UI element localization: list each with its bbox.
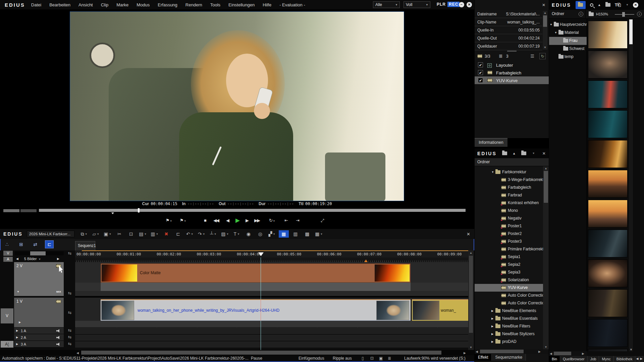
effect-tree-item-farbabgleich[interactable]: Farbabgleich <box>475 184 543 191</box>
scrollbar-handle[interactable] <box>544 171 548 203</box>
scrollbar-handle[interactable] <box>81 351 441 355</box>
export-menu-button[interactable]: ▦▼ <box>314 232 324 236</box>
bin-folder-schwest[interactable]: Schwest <box>549 45 587 53</box>
add-clip-button[interactable]: ▞▼ <box>267 232 277 236</box>
video-clip-2[interactable]: woman_ <box>412 299 468 321</box>
effect-checkbox[interactable]: ✔ <box>478 70 483 75</box>
effect-tree-item-poster3[interactable]: Poster3 <box>475 238 543 245</box>
collapse-icon[interactable]: ▼ <box>554 31 557 34</box>
close-icon[interactable]: ✕ <box>467 232 470 237</box>
set-line-button[interactable]: ┴▼ <box>208 232 218 236</box>
next-frame-button[interactable]: ▶ <box>246 218 248 223</box>
effect-checkbox[interactable]: ✔ <box>478 62 483 67</box>
effect-tree-item-3wegefarbkorrektu[interactable]: 3-Wege-Farbkorrektu <box>475 176 543 184</box>
collapse-icon[interactable]: ▼ <box>550 23 552 26</box>
effect-tree-item-sepia3[interactable]: Sepia3 <box>475 268 543 276</box>
export-button[interactable]: ⤢ <box>321 218 323 223</box>
render-button[interactable]: ◉ <box>244 232 254 236</box>
effect-tree-item-autocolorcorrection[interactable]: Auto Color Correction <box>475 292 543 299</box>
timeline-horizontal-scrollbar[interactable]: ◀ ▶ <box>0 350 474 355</box>
title-icon[interactable]: T⎗ <box>615 2 621 8</box>
redo-button[interactable]: ↷▼ <box>197 232 207 236</box>
menu-item-rendern[interactable]: Rendern <box>185 2 202 7</box>
next-duration-icon[interactable]: ▶ <box>57 257 59 260</box>
scrub-stub-left[interactable] <box>3 209 19 212</box>
effect-tree-item-newbluestylizers[interactable]: ▶NewBlue Stylizers <box>475 330 543 338</box>
effect-tree-item-sepia1[interactable]: Sepia1 <box>475 253 543 261</box>
tab-job[interactable]: Job <box>588 356 599 362</box>
expand-track-icon[interactable]: ▼ <box>17 290 19 293</box>
playback-quality-select[interactable]: Voll ▼ <box>404 1 430 8</box>
bin-thumbnail-lake-sunset[interactable] <box>588 200 628 228</box>
sequence-tab[interactable]: Sequenz1 <box>75 241 95 250</box>
scroll-down-icon[interactable]: ▼ <box>630 348 633 351</box>
tab-scroll-right-icon[interactable]: ▶ <box>639 356 643 362</box>
tab-quellbrowser[interactable]: Quellbrowser <box>560 356 588 362</box>
chevron-down-icon[interactable]: ▼ <box>532 152 535 155</box>
collapse-right-icon[interactable]: ‹ <box>637 12 642 16</box>
add-cut-point-button[interactable]: ⊏ <box>173 232 183 236</box>
scroll-right-icon[interactable]: ▶ <box>582 352 584 355</box>
bin-horizontal-scrollbar[interactable]: ◀ ▶ <box>549 351 587 356</box>
close-icon[interactable]: ✕ <box>542 3 545 7</box>
expand-icon[interactable]: ▶ <box>491 340 493 343</box>
up-icon[interactable]: ▲ <box>513 152 516 155</box>
open-project-button[interactable]: ▱▼ <box>91 232 101 236</box>
title-tool-button[interactable]: T▼ <box>232 232 242 236</box>
tab-mync[interactable]: Mync <box>599 356 613 362</box>
effect-tree-item-poster1[interactable]: Poster1 <box>475 222 543 230</box>
effect-tree-item-newblueessentials[interactable]: ▶NewBlue Essentials <box>475 315 543 322</box>
bin-thumbnail-amber-doorway[interactable] <box>588 140 628 168</box>
scroll-left-icon[interactable]: ◀ <box>550 352 552 355</box>
player-mode-button[interactable]: PLR <box>437 2 446 7</box>
track-zoom-bar[interactable] <box>15 251 64 255</box>
bin-thumbnail-city-sunset[interactable] <box>588 170 628 198</box>
thumbnail-scrollbar[interactable] <box>629 19 633 351</box>
menu-item-bearbeiten[interactable]: Bearbeiten <box>49 2 70 7</box>
scroll-right-icon[interactable]: ▶ <box>464 351 466 355</box>
audio-out-group[interactable]: A12 <box>1 341 13 348</box>
tracker-button[interactable]: ∴ <box>3 240 11 248</box>
timeline-options-button[interactable]: ⧉▼ <box>79 232 89 236</box>
track-panel-2v[interactable]: 2 V ▼ MIX <box>14 262 64 296</box>
tab-scroll-left-icon[interactable]: ◀ <box>635 356 639 362</box>
video-clip[interactable]: woman_talking_on_her_phone_while_writing… <box>101 299 411 321</box>
menu-item-erfassung[interactable]: Erfassung <box>158 2 177 7</box>
collapse-icon[interactable]: ▼ <box>491 171 494 174</box>
chevron-down-icon[interactable]: ▼ <box>626 3 629 6</box>
scroll-left-icon[interactable]: ◀ <box>476 350 478 353</box>
close-button[interactable]: ✕ <box>467 2 472 7</box>
save-project-button[interactable]: ▣▼ <box>103 232 113 236</box>
stop-button[interactable]: ■ <box>204 218 206 223</box>
scroll-up-icon[interactable]: ▲ <box>543 167 549 170</box>
audio-track-header-1[interactable]: ▶1 A <box>14 327 64 334</box>
scroll-up-icon[interactable]: ▲ <box>468 251 474 254</box>
menu-item-einstellungen[interactable]: Einstellungen <box>228 2 255 7</box>
audio-track-header-3[interactable]: ▶3 A <box>14 341 64 348</box>
effect-tree-item-mono[interactable]: Mono <box>475 207 543 215</box>
link-mode-button[interactable]: ⇄ <box>31 240 40 248</box>
timeline-vertical-scrollbar[interactable]: ▲ ▼ <box>468 250 474 350</box>
bin-thumbnail-dim-room[interactable] <box>588 289 628 317</box>
effects-view-button[interactable]: ▩ <box>302 232 312 236</box>
info-scrollbar[interactable]: ▲ ▼ <box>543 11 547 50</box>
scroll-right-icon[interactable]: ▶ <box>538 350 541 353</box>
menu-item-marke[interactable]: Marke <box>116 2 128 7</box>
expand-icon[interactable]: ▶ <box>16 327 18 334</box>
patch-icon[interactable]: ⇆ <box>66 328 74 333</box>
patch-icon[interactable]: ⇆ <box>66 335 74 340</box>
menu-item-datei[interactable]: Datei <box>31 2 41 7</box>
search-icon[interactable] <box>590 3 593 7</box>
folder-link-icon[interactable] <box>521 152 526 155</box>
scrubber-handle[interactable] <box>138 208 140 213</box>
scrub-stub-right[interactable] <box>20 209 37 212</box>
bin-thumbnail-night-scene[interactable] <box>588 319 628 347</box>
up-icon[interactable]: ▲ <box>598 3 601 7</box>
track-panel-1v[interactable]: 1 V <box>14 298 64 327</box>
collapse-left-icon[interactable]: ‹ <box>579 12 583 16</box>
speaker-icon[interactable] <box>56 329 60 333</box>
undo-button[interactable]: ↶▼ <box>185 232 195 236</box>
tab-sequenzmarke[interactable]: Sequenzmarke <box>492 354 526 361</box>
effect-tree-item-solarization[interactable]: Solarization <box>475 276 543 284</box>
effect-row-layouter[interactable]: ✔Layouter <box>475 61 549 69</box>
